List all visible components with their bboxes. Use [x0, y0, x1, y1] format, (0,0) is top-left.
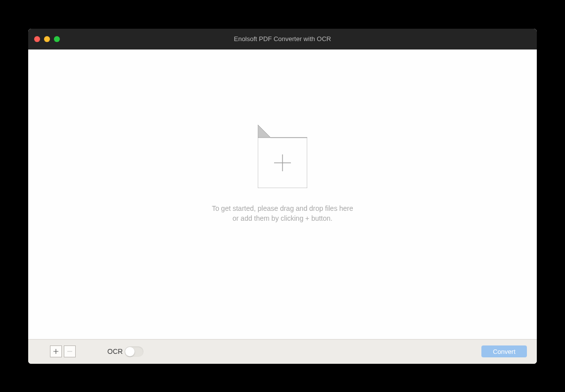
- minimize-window-button[interactable]: [44, 36, 50, 42]
- convert-button-label: Convert: [493, 348, 516, 355]
- close-window-button[interactable]: [34, 36, 40, 42]
- toggle-knob: [125, 347, 135, 356]
- plus-icon: [53, 348, 59, 354]
- add-file-button[interactable]: [50, 345, 62, 357]
- convert-button[interactable]: Convert: [481, 345, 527, 357]
- drop-zone[interactable]: To get started, please drag and drop fil…: [28, 49, 537, 339]
- maximize-window-button[interactable]: [54, 36, 60, 42]
- ocr-toggle[interactable]: [125, 346, 143, 357]
- empty-line-1: To get started, please drag and drop fil…: [212, 204, 353, 212]
- bottom-bar: OCR Convert: [28, 339, 537, 364]
- ocr-section: OCR: [107, 346, 143, 357]
- empty-state: To get started, please drag and drop fil…: [212, 125, 353, 223]
- ocr-label: OCR: [107, 347, 123, 355]
- add-remove-group: [50, 345, 76, 357]
- remove-file-button[interactable]: [64, 345, 76, 357]
- empty-state-text: To get started, please drag and drop fil…: [212, 204, 353, 223]
- app-window: Enolsoft PDF Converter with OCR To get s…: [28, 29, 537, 364]
- file-plus-icon: [258, 125, 307, 190]
- window-controls: [28, 36, 60, 42]
- titlebar: Enolsoft PDF Converter with OCR: [28, 29, 537, 49]
- empty-line-2: or add them by clicking + button.: [233, 214, 332, 222]
- window-title: Enolsoft PDF Converter with OCR: [28, 35, 537, 43]
- minus-icon: [67, 348, 73, 354]
